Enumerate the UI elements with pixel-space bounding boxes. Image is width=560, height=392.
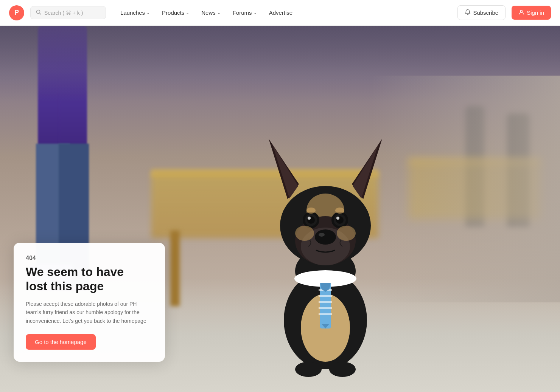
error-title-line2: lost this page xyxy=(26,279,104,293)
nav-item-products[interactable]: Products ⌄ xyxy=(157,6,194,19)
go-to-homepage-button[interactable]: Go to the homepage xyxy=(26,334,96,350)
nav-advertise-label: Advertise xyxy=(269,9,293,16)
nav-launches-label: Launches xyxy=(120,9,145,16)
nav-forums-label: Forums xyxy=(233,9,252,16)
svg-point-34 xyxy=(335,208,344,214)
svg-point-32 xyxy=(337,226,356,241)
navbar: P Search ( ⌘ + k ) Launches ⌄ Products ⌄… xyxy=(0,0,560,26)
error-code: 404 xyxy=(26,255,153,262)
forums-chevron-icon: ⌄ xyxy=(254,10,257,15)
signin-label: Sign in xyxy=(527,9,544,16)
subscribe-button[interactable]: Subscribe xyxy=(457,5,506,20)
error-card: 404 We seem to have lost this page Pleas… xyxy=(14,243,165,362)
dog-illustration xyxy=(250,108,401,392)
nav-item-news[interactable]: News ⌄ xyxy=(196,6,226,19)
logo-button[interactable]: P xyxy=(9,5,24,20)
subscribe-bell-icon xyxy=(465,9,471,16)
svg-point-16 xyxy=(329,362,356,377)
nav-news-label: News xyxy=(201,9,216,16)
search-box[interactable]: Search ( ⌘ + k ) xyxy=(30,6,106,19)
svg-point-31 xyxy=(295,226,314,241)
hero-section: 404 We seem to have lost this page Pleas… xyxy=(0,0,560,392)
products-chevron-icon: ⌄ xyxy=(186,10,189,15)
search-icon xyxy=(36,9,41,16)
signin-button[interactable]: Sign in xyxy=(512,6,551,20)
nav-item-launches[interactable]: Launches ⌄ xyxy=(115,6,155,19)
nav-item-advertise[interactable]: Advertise xyxy=(264,6,298,19)
error-description: Please accept these adorable photos of o… xyxy=(26,300,153,325)
nav-products-label: Products xyxy=(162,9,184,16)
search-placeholder: Search ( ⌘ + k ) xyxy=(44,10,83,16)
signin-user-icon xyxy=(518,9,524,16)
svg-point-26 xyxy=(308,217,311,220)
nav-links: Launches ⌄ Products ⌄ News ⌄ Forums ⌄ Ad… xyxy=(115,6,298,19)
svg-point-22 xyxy=(319,233,325,237)
svg-point-33 xyxy=(306,208,316,214)
logo-letter: P xyxy=(14,9,19,17)
svg-point-2 xyxy=(521,10,523,12)
launches-chevron-icon: ⌄ xyxy=(146,10,150,15)
error-title: We seem to have lost this page xyxy=(26,265,153,294)
svg-point-15 xyxy=(295,362,322,377)
svg-point-21 xyxy=(315,229,336,245)
nav-item-forums[interactable]: Forums ⌄ xyxy=(227,6,262,19)
subscribe-label: Subscribe xyxy=(473,9,498,16)
svg-point-30 xyxy=(336,217,339,220)
svg-line-1 xyxy=(40,13,41,15)
news-chevron-icon: ⌄ xyxy=(217,10,221,15)
error-title-line1: We seem to have xyxy=(26,265,124,279)
